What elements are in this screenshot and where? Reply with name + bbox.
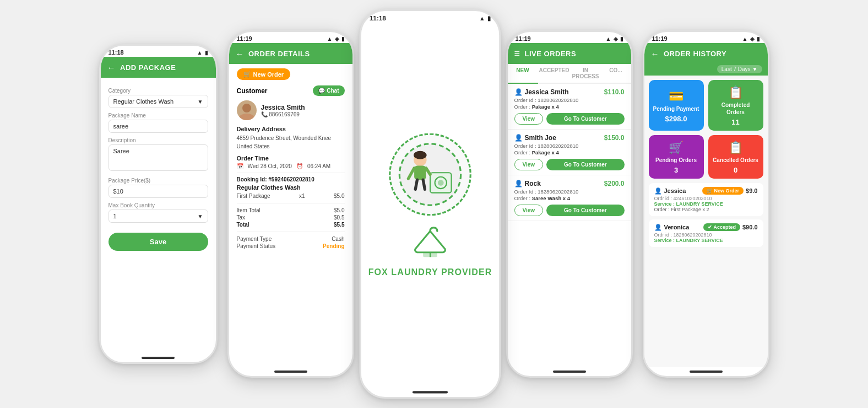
signal-icon: ▲ — [327, 36, 333, 42]
veronica-order-id: Ordr id : 18280620202810 — [654, 232, 758, 238]
pending-payment-card[interactable]: 💳 Pending Payment $298.0 — [649, 80, 704, 131]
phone-order-history: 11:19 ▲ ◈ ▮ ← ORDER HISTORY Last 7 Days … — [643, 30, 769, 378]
home-bar-5 — [644, 367, 768, 376]
status-icon: 🛒 — [707, 188, 713, 194]
history-customer-veronica: 👤 Veronica — [654, 224, 690, 231]
order-time-label: Order Time — [237, 155, 345, 162]
tab-new[interactable]: NEW — [508, 64, 538, 84]
calendar-icon: 📅 — [237, 163, 243, 169]
new-order-badge: 🛒 New Order — [237, 68, 291, 80]
battery-icon-4: ▮ — [620, 36, 623, 42]
order-header-3: 👤 Rock $200.0 — [514, 180, 625, 187]
total-row: Total $5.5 — [237, 221, 345, 228]
wifi-icon-2: ◈ — [335, 36, 339, 42]
order-id-3: Order Id : 18280620202810 — [514, 189, 625, 195]
battery-icon-5: ▮ — [757, 36, 760, 42]
check-icon: ✔ — [708, 224, 712, 230]
item-total-row: Item Total $5.0 — [237, 207, 345, 214]
order-id-1: Order Id : 18280620202810 — [514, 97, 625, 103]
status-icons-5: ▲ ◈ ▮ — [742, 36, 760, 42]
history-filter: Last 7 Days ▼ — [644, 64, 768, 76]
back-arrow-5[interactable]: ← — [651, 49, 660, 58]
description-label: Description — [109, 137, 208, 143]
phone-add-package: 11:18 ▲ ▮ ← ADD PACKAGE Category Regular… — [99, 44, 218, 364]
orders-tabs: NEW ACCEPTED IN PROCESS CO... — [508, 64, 631, 84]
order-icon: 🛒 — [243, 71, 251, 78]
goto-btn-3[interactable]: Go To Customer — [546, 205, 624, 216]
splash-body: FOX LAUNDRY PROVIDER — [361, 23, 498, 388]
page-title-4: LIVE ORDERS — [525, 50, 577, 58]
goto-btn-1[interactable]: Go To Customer — [546, 113, 624, 125]
order-amount-2: $150.0 — [604, 134, 625, 142]
order-card-2: 👤 Smith Joe $150.0 Order Id : 1828062020… — [508, 130, 631, 175]
pending-orders-value: 3 — [674, 166, 678, 174]
order-actions-1: View Go To Customer — [514, 113, 625, 125]
status-icons-3: ▲ ▮ — [479, 15, 490, 22]
order-customer-3: 👤 Rock — [514, 180, 541, 187]
delivery-address: 4859 Prudence Street, Wounded Knee Unite… — [237, 134, 345, 151]
home-indicator-3 — [412, 391, 447, 393]
price-input[interactable]: $10 — [109, 185, 208, 198]
pending-payment-icon: 💳 — [669, 89, 683, 104]
tab-accepted[interactable]: ACCEPTED — [538, 64, 571, 84]
svg-rect-7 — [414, 165, 426, 180]
menu-icon[interactable]: ≡ — [514, 48, 520, 60]
order-date: Wed 28 Oct, 2020 — [248, 163, 292, 169]
pending-orders-icon: 🛒 — [669, 141, 683, 155]
status-icons-1: ▲ ▮ — [197, 50, 208, 56]
back-arrow-2[interactable]: ← — [236, 49, 245, 58]
home-indicator-1 — [142, 357, 175, 359]
wifi-icon: ▲ — [197, 50, 203, 56]
order-card-1: 👤 Jessica Smith $110.0 Order Id : 182806… — [508, 84, 631, 130]
category-dropdown[interactable]: Regular Clothes Wash ▼ — [109, 95, 208, 108]
filter-badge[interactable]: Last 7 Days ▼ — [717, 65, 762, 73]
view-btn-3[interactable]: View — [514, 205, 544, 216]
quantity-arrow: ▼ — [198, 213, 203, 219]
live-orders-body: NEW ACCEPTED IN PROCESS CO... 👤 Jessica … — [508, 64, 631, 367]
view-btn-1[interactable]: View — [514, 113, 544, 125]
description-input[interactable]: Saree — [109, 144, 208, 171]
tab-in-process[interactable]: IN PROCESS — [571, 64, 601, 84]
svg-point-0 — [242, 104, 251, 112]
tab-co[interactable]: CO... — [601, 64, 631, 84]
person-icon-hist-2: 👤 — [654, 224, 662, 231]
home-indicator-5 — [690, 371, 723, 373]
customer-info: Jessica Smith 📞 8866169769 — [237, 100, 345, 120]
quantity-value: 1 — [113, 213, 117, 219]
cancelled-orders-icon: 📋 — [728, 141, 743, 155]
notch-1: 11:18 ▲ ▮ — [101, 46, 216, 57]
save-button[interactable]: Save — [109, 233, 208, 251]
customer-section-label: Customer — [237, 87, 268, 95]
customer-row: Customer 💬 Chat — [237, 85, 345, 96]
cancelled-orders-card[interactable]: 📋 Cancelled Orders 0 — [708, 135, 763, 179]
order-details-body: 🛒 New Order Customer 💬 Chat Jessica Sm — [229, 64, 352, 367]
notch-5: 11:19 ▲ ◈ ▮ — [644, 32, 768, 43]
filter-arrow: ▼ — [752, 66, 758, 72]
back-arrow-1[interactable]: ← — [107, 63, 116, 72]
payment-status: Pending — [323, 243, 344, 249]
cancelled-orders-value: 0 — [734, 166, 737, 174]
completed-orders-card[interactable]: 📋 Completed Orders 11 — [708, 80, 763, 131]
pending-payment-value: $298.0 — [665, 115, 687, 123]
chat-button[interactable]: 💬 Chat — [313, 85, 344, 96]
quantity-dropdown[interactable]: 1 ▼ — [109, 210, 208, 223]
chat-icon: 💬 — [318, 88, 325, 94]
booking-id: Booking Id: #59240620202810 — [237, 176, 345, 182]
jessica-order-detail: Order : First Package x 2 — [654, 207, 758, 212]
history-body: 💳 Pending Payment $298.0 📋 Completed Ord… — [644, 76, 768, 367]
home-bar-2 — [229, 367, 352, 376]
customer-avatar — [237, 100, 257, 120]
package-name-input[interactable]: saree — [109, 120, 208, 133]
phone-icon: 📞 — [261, 111, 268, 117]
category-value: Regular Clothes Wash — [113, 98, 174, 105]
status-icons-2: ▲ ◈ ▮ — [327, 36, 345, 42]
home-bar-3 — [361, 388, 498, 397]
order-actions-3: View Go To Customer — [514, 205, 625, 216]
pending-orders-card[interactable]: 🛒 Pending Orders 3 — [649, 135, 704, 179]
order-id-2: Order Id : 18280620202810 — [514, 143, 625, 149]
goto-btn-2[interactable]: Go To Customer — [546, 159, 624, 170]
wifi-icon-4: ◈ — [614, 36, 618, 42]
svg-point-1 — [239, 114, 254, 120]
home-indicator-2 — [274, 371, 307, 373]
view-btn-2[interactable]: View — [514, 159, 544, 170]
